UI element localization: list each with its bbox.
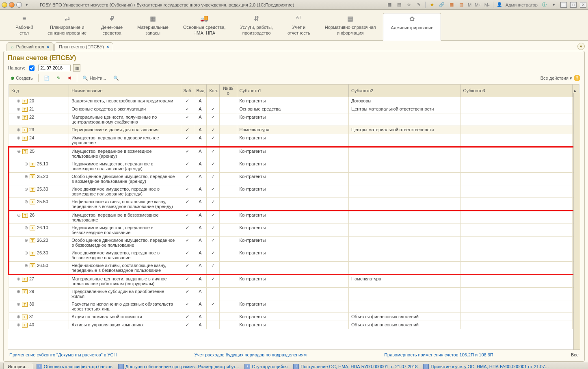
table-row[interactable]: ⊕T22Материальные ценности, полученные по…	[9, 113, 579, 126]
table-row[interactable]: ⊕T27Материальные ценности, выданные в ли…	[9, 274, 579, 287]
table-row[interactable]: ⊕T23Периодические издания для пользовани…	[9, 126, 579, 134]
tab-close-icon[interactable]: ×	[47, 44, 49, 49]
date-input[interactable]	[38, 65, 71, 71]
link-accounts-106[interactable]: Правомерность применения счетов 106.2П и…	[384, 352, 493, 357]
delete-button[interactable]: ✖	[65, 74, 74, 82]
toolbar-icon-1[interactable]: ▦	[386, 2, 393, 8]
section-item[interactable]: ⇄Планирование исанкционирование	[40, 13, 94, 40]
toolbar-icon-4[interactable]: ✎	[415, 2, 422, 8]
date-checkbox[interactable]	[29, 65, 35, 71]
all-actions-button[interactable]: Все действия ▾	[540, 76, 572, 81]
expand-icon[interactable]: ⊕	[16, 127, 20, 132]
history-button[interactable]: История...	[3, 363, 33, 369]
expand-icon[interactable]: ⊕	[24, 238, 28, 243]
table-row[interactable]: ⊕T30Расчеты по исполнению денежных обяза…	[9, 300, 579, 313]
expand-icon[interactable]: ⊕	[24, 174, 28, 179]
close-button[interactable]: ✕	[580, 2, 586, 8]
section-item[interactable]: ▤Нормативно-справочнаяинформация	[318, 13, 383, 40]
table-row[interactable]: ⊕T25.50Нефинансовые активы, составляющие…	[9, 198, 579, 211]
tab-close-icon[interactable]: ×	[106, 44, 109, 49]
col-jo[interactable]: № ж/о	[220, 84, 237, 97]
col-sub1[interactable]: Субконто1	[237, 84, 348, 97]
table-row[interactable]: ⊕T24Имущество, переданное в доверительно…	[9, 134, 579, 147]
expand-icon[interactable]: ⊕	[16, 98, 20, 104]
toolbar-icon-3[interactable]: ☆	[406, 2, 412, 8]
expand-icon[interactable]: ⊕	[16, 289, 20, 294]
section-item[interactable]: ≡Рабочийстол	[8, 13, 40, 40]
toolbar-icon-2[interactable]: ▤	[396, 2, 402, 8]
link-usn[interactable]: Применение субконто "Документы расчетов"…	[9, 352, 117, 357]
expand-icon[interactable]: ⊕	[16, 322, 20, 328]
col-code[interactable]: Код	[9, 84, 69, 97]
col-vid[interactable]: Вид	[194, 84, 207, 97]
table-row[interactable]: ⊕T21Основные средства в эксплуатации✓А✓О…	[9, 105, 579, 113]
statusbar-item[interactable]: iОбновить классификатор банков	[37, 364, 112, 369]
expand-icon[interactable]: ⊕	[16, 302, 20, 307]
section-item[interactable]: 🚚Основные средства,НМА, НПА	[176, 13, 233, 40]
calendar-button[interactable]: ▦	[73, 64, 80, 72]
maximize-button[interactable]: □	[570, 2, 577, 8]
edit-button[interactable]: ✎	[54, 74, 63, 82]
tab-chart-of-accounts[interactable]: План счетов (ЕПСБУ) ×	[54, 42, 113, 51]
link-future-expenses[interactable]: Учет расходов будущих периодов по подраз…	[195, 352, 307, 357]
create-button[interactable]: ⊕ Создать	[8, 74, 36, 82]
scrollbar[interactable]	[573, 93, 580, 349]
col-sub3[interactable]: Субконто3	[460, 84, 572, 97]
statusbar-item[interactable]: iПоступление ОС, НМА, НПА БУ00-000001 от…	[293, 364, 417, 369]
expand-icon[interactable]: ⊕	[24, 225, 28, 230]
find-button[interactable]: 🔍 Найти...	[80, 74, 109, 82]
clear-find-button[interactable]: 🔍	[110, 74, 122, 82]
expand-icon[interactable]: ⊕	[24, 187, 28, 192]
col-zab[interactable]: Заб.	[181, 84, 194, 97]
memory-m[interactable]: M	[468, 2, 471, 7]
table-row[interactable]: ⊕T25.20Особо ценное движимое имущество, …	[9, 172, 579, 185]
calendar-icon[interactable]: ▦	[448, 2, 455, 8]
table-row[interactable]: ⊖T26Имущество, переданное в безвозмездно…	[9, 211, 579, 224]
expand-icon[interactable]: ⊕	[16, 135, 20, 141]
col-kol[interactable]: Кол.	[207, 84, 220, 97]
expand-icon[interactable]: ⊕	[16, 314, 20, 319]
table-row[interactable]: ⊕T31Акции по номинальной стоимости✓АКонт…	[9, 313, 579, 321]
table-row[interactable]: ⊕T26.50Нефинансовые активы, составляющие…	[9, 261, 579, 274]
statusbar-item[interactable]: iСтул крутящийся	[244, 364, 288, 369]
table-row[interactable]: ⊖T25Имущество, переданное в возмездное п…	[9, 147, 579, 160]
section-item[interactable]: ▦Материальныезапасы	[130, 13, 176, 40]
expand-icon[interactable]: ⊕	[24, 161, 28, 167]
expand-icon[interactable]: ⊕	[24, 199, 28, 204]
table-row[interactable]: ⊕T20Задолженность, невостребованная кред…	[9, 97, 579, 105]
help-button[interactable]: ?	[574, 75, 580, 81]
table-row[interactable]: ⊕T26.10Недвижимое имущество, переданное …	[9, 224, 579, 236]
info-icon[interactable]: ⓘ	[541, 2, 547, 8]
tab-desktop[interactable]: ⌂ Рабочий стол ×	[6, 42, 54, 51]
minimize-button[interactable]: –	[560, 2, 567, 8]
section-item[interactable]: ⇵Услуги, работы,производство	[233, 13, 280, 40]
link-all[interactable]: Все	[571, 352, 579, 357]
calc-icon[interactable]: ▥	[458, 2, 465, 8]
expand-icon[interactable]: ⊖	[17, 213, 21, 218]
menu-circle-button[interactable]: ▾	[577, 43, 585, 50]
expand-icon[interactable]: ⊖	[17, 149, 21, 154]
expand-icon[interactable]: ⊕	[16, 115, 20, 120]
statusbar-item[interactable]: iПринятие к учету ОС, НМА, НПА БУ00-0000…	[423, 364, 549, 369]
favorite-icon[interactable]: ★	[429, 2, 435, 8]
table-row[interactable]: ⊕T25.30Иное движимое имущество, переданн…	[9, 185, 579, 198]
copy-button[interactable]: 📄	[41, 74, 52, 82]
section-item[interactable]: ✿Администрирование	[383, 13, 441, 41]
table-row[interactable]: ⊕T25.10Недвижимое имущество, переданное …	[9, 160, 579, 172]
section-item[interactable]: ₽Денежныесредства	[94, 13, 130, 40]
statusbar-item[interactable]: iДоступно обновление программы. Размер д…	[118, 364, 239, 369]
dropdown-icon-2[interactable]: ▾	[551, 2, 557, 8]
col-sub2[interactable]: Субконто2	[349, 84, 460, 97]
expand-icon[interactable]: ⊕	[16, 106, 20, 112]
table-row[interactable]: ⊕T29Представленные субсидии на приобрете…	[9, 287, 579, 300]
dropdown-icon[interactable]: ▾	[24, 2, 30, 8]
table-row[interactable]: ⊕T26.20Особо ценное движимое имущество, …	[9, 236, 579, 249]
expand-icon[interactable]: ⊕	[16, 276, 20, 282]
table-row[interactable]: ⊕T40Активы в управляющих компаниях✓АКонт…	[9, 321, 579, 329]
col-name[interactable]: Наименование	[69, 84, 181, 97]
link-icon[interactable]: 🔗	[439, 2, 445, 8]
section-item[interactable]: ᴬᵀУчет иотчетность	[280, 13, 318, 40]
expand-icon[interactable]: ⊕	[24, 263, 28, 268]
expand-icon[interactable]: ⊕	[24, 250, 28, 256]
memory-mminus[interactable]: M-	[484, 2, 490, 7]
